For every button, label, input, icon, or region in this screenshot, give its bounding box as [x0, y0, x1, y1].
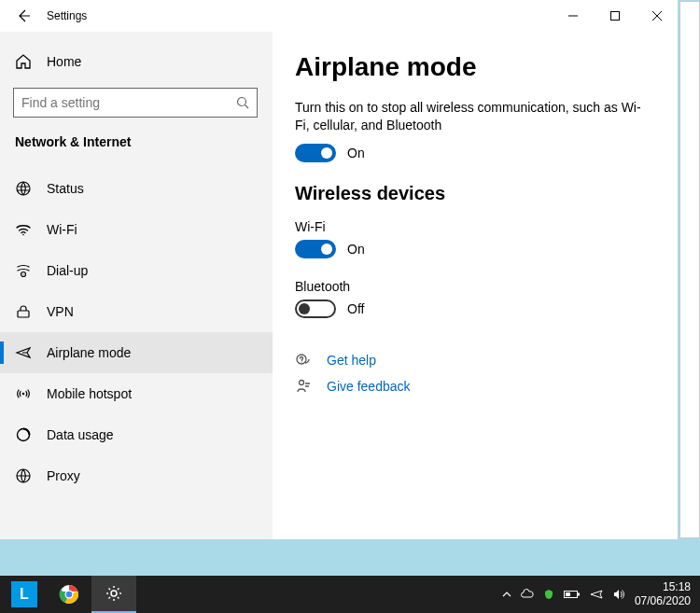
system-tray[interactable]: 15:18 07/06/2020	[502, 580, 698, 608]
help-icon	[295, 352, 312, 369]
wifi-state-label: On	[347, 242, 365, 257]
back-button[interactable]	[6, 0, 41, 32]
feedback-icon	[295, 378, 312, 395]
tray-volume-icon[interactable]	[612, 588, 625, 601]
svg-point-16	[300, 380, 304, 384]
svg-rect-23	[578, 593, 580, 596]
maximize-icon	[610, 11, 620, 21]
search-icon	[236, 96, 249, 109]
vpn-icon	[15, 303, 32, 320]
proxy-icon	[15, 467, 32, 484]
sidebar-item-label: Data usage	[47, 427, 114, 442]
sidebar-item-label: Dial-up	[47, 263, 88, 278]
tray-date: 07/06/2020	[635, 594, 691, 608]
tray-security-icon[interactable]	[543, 589, 554, 600]
sidebar-item-label: Status	[47, 181, 84, 196]
sidebar-home-label: Home	[47, 54, 81, 69]
svg-point-6	[17, 182, 30, 195]
svg-point-21	[111, 591, 117, 596]
svg-point-11	[22, 393, 25, 396]
sidebar-item-status[interactable]: Status	[0, 168, 273, 209]
close-icon	[652, 11, 662, 21]
wifi-toggle[interactable]	[295, 240, 336, 258]
airplane-mode-toggle[interactable]	[295, 144, 336, 162]
window-title: Settings	[47, 9, 87, 22]
back-arrow-icon	[16, 8, 31, 23]
search-input[interactable]	[21, 95, 236, 110]
sidebar-item-airplane-mode[interactable]: Airplane mode	[0, 332, 273, 373]
get-help-link[interactable]: Get help	[327, 353, 376, 368]
page-title: Airplane mode	[295, 52, 655, 82]
titlebar: Settings	[0, 0, 678, 32]
hotspot-icon	[15, 385, 32, 402]
svg-rect-1	[610, 12, 619, 21]
sidebar-item-label: Mobile hotspot	[47, 386, 132, 401]
settings-window: Settings Home Netwo	[0, 0, 678, 539]
close-button[interactable]	[636, 2, 678, 30]
sidebar-item-mobile-hotspot[interactable]: Mobile hotspot	[0, 373, 273, 414]
tray-battery-icon[interactable]	[564, 590, 581, 599]
sidebar-item-dialup[interactable]: Dial-up	[0, 250, 273, 291]
sidebar-item-label: Proxy	[47, 468, 80, 483]
bluetooth-toggle[interactable]	[295, 300, 336, 318]
svg-point-4	[238, 98, 246, 106]
content-pane: Airplane mode Turn this on to stop all w…	[273, 32, 678, 539]
tray-time: 15:18	[635, 580, 691, 594]
tray-onedrive-icon[interactable]	[521, 588, 534, 601]
search-input-container[interactable]	[13, 88, 258, 118]
gear-icon	[105, 584, 123, 603]
bluetooth-state-label: Off	[347, 301, 364, 316]
svg-point-20	[66, 592, 73, 598]
data-usage-icon	[15, 426, 32, 443]
home-icon	[15, 53, 32, 70]
start-tile-icon: L	[11, 581, 37, 607]
wifi-icon	[15, 221, 32, 238]
svg-rect-24	[566, 592, 570, 596]
tray-clock[interactable]: 15:18 07/06/2020	[635, 580, 691, 608]
status-icon	[15, 180, 32, 197]
tray-airplane-icon[interactable]	[590, 588, 603, 601]
svg-point-9	[22, 273, 23, 274]
chrome-icon	[58, 583, 80, 606]
sidebar-item-wifi[interactable]: Wi-Fi	[0, 209, 273, 250]
taskbar-app-settings[interactable]	[91, 576, 136, 613]
taskbar[interactable]: L 15:18 07/06/2020	[0, 576, 700, 613]
sidebar-category-title: Network & Internet	[0, 134, 273, 149]
sidebar-item-data-usage[interactable]: Data usage	[0, 414, 273, 455]
svg-point-15	[301, 361, 302, 362]
airplane-icon	[15, 344, 32, 361]
background-window-edge	[679, 1, 700, 538]
give-feedback-link[interactable]: Give feedback	[327, 379, 411, 394]
svg-point-7	[22, 234, 24, 236]
minimize-button[interactable]	[552, 2, 594, 30]
taskbar-app-chrome[interactable]	[47, 576, 91, 613]
page-description: Turn this on to stop all wireless commun…	[295, 99, 650, 134]
taskbar-app-start[interactable]: L	[2, 576, 47, 613]
dialup-icon	[15, 262, 32, 279]
tray-chevron-up-icon[interactable]	[502, 590, 511, 599]
bluetooth-label: Bluetooth	[295, 279, 655, 294]
minimize-icon	[568, 11, 578, 21]
sidebar-item-label: VPN	[47, 304, 74, 319]
wireless-devices-heading: Wireless devices	[295, 183, 655, 204]
sidebar-nav: Status Wi-Fi Dial-up	[0, 168, 273, 496]
airplane-mode-state-label: On	[347, 146, 365, 160]
sidebar: Home Network & Internet Status	[0, 32, 273, 539]
sidebar-home[interactable]: Home	[0, 45, 273, 78]
svg-line-5	[245, 105, 249, 109]
sidebar-item-label: Wi-Fi	[47, 222, 77, 237]
sidebar-item-label: Airplane mode	[47, 345, 131, 360]
wifi-label: Wi-Fi	[295, 219, 655, 234]
maximize-button[interactable]	[594, 2, 636, 30]
sidebar-item-proxy[interactable]: Proxy	[0, 455, 273, 496]
sidebar-item-vpn[interactable]: VPN	[0, 291, 273, 332]
svg-rect-10	[18, 311, 29, 317]
